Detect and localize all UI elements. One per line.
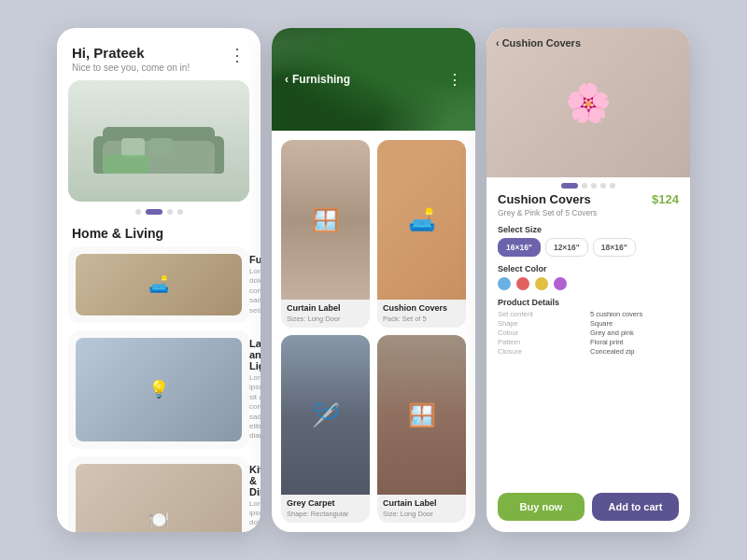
- product-card-name: Curtain Label: [281, 300, 370, 315]
- product-image: 🪟: [281, 140, 370, 300]
- dot-3[interactable]: [591, 183, 597, 189]
- sofa-illustration: [93, 108, 224, 174]
- detail-key: Set content: [498, 310, 586, 318]
- list-item[interactable]: 💡 Lamps and Lighting Lorem ipsum dolor s…: [68, 330, 249, 449]
- hero-banner: [68, 80, 249, 202]
- product-image: 🪡: [281, 335, 370, 495]
- add-to-cart-button[interactable]: Add to cart: [592, 493, 679, 521]
- product-card-name: Cushion Covers: [377, 300, 466, 315]
- product-card-sub: Sizes: Long Door: [281, 315, 370, 328]
- product-header: Cushion Covers $124: [498, 192, 679, 206]
- screen3-product-detail: 🌸 ‹ Cushion Covers Cushion Covers $124 G…: [486, 28, 690, 532]
- screen2-furnishing: ‹ Furnishing ⋮ 🪟 Curtain Label Sizes: Lo…: [272, 28, 475, 532]
- select-color-label: Select Color: [498, 264, 679, 273]
- sofa-pillow2: [149, 138, 173, 157]
- greeting-name: Hi, Prateek: [72, 45, 190, 61]
- item-thumb-lamps: 💡: [76, 338, 242, 441]
- detail-val: Floral print: [590, 338, 679, 346]
- detail-key: Pattern: [498, 338, 586, 346]
- item-desc: Lorem ipsum dolor sit amet, consetetur s…: [249, 267, 261, 315]
- dot-1[interactable]: [561, 183, 578, 189]
- detail-key: Colour: [498, 329, 586, 337]
- product-hero-image: 🌸 ‹ Cushion Covers: [486, 28, 690, 177]
- sofa-pillow1: [121, 138, 145, 157]
- product-image: 🪟: [377, 335, 466, 495]
- size-option-18x16[interactable]: 18×16": [593, 238, 636, 257]
- size-selector: 16×16" 12×16" 18×16": [498, 238, 679, 257]
- item-text: Kitchen & Dining Lorem ipsum dolor sit a…: [249, 464, 261, 532]
- product-name: Cushion Covers: [498, 192, 591, 206]
- item-name: Kitchen & Dining: [249, 464, 261, 497]
- product-card-sub: Pack: Set of 5: [377, 315, 466, 328]
- detail-key: Closure: [498, 347, 586, 356]
- product-image: 🛋️: [377, 140, 466, 300]
- product-details-heading: Product Details: [498, 298, 679, 307]
- dot-4[interactable]: [177, 209, 183, 215]
- item-thumb-furnishing: 🛋️: [76, 254, 242, 315]
- product-actions: Buy now Add to cart: [486, 483, 690, 532]
- product-card[interactable]: 🛋️ Cushion Covers Pack: Set of 5: [377, 140, 466, 328]
- dot-4[interactable]: [600, 183, 606, 189]
- product-carousel-dots: [486, 183, 690, 189]
- back-button[interactable]: ‹ Cushion Covers: [496, 37, 581, 49]
- sofa-illustration-container: [68, 80, 249, 202]
- product-card-sub: Shape: Rectangular: [281, 510, 370, 523]
- size-option-12x16[interactable]: 12×16": [545, 238, 588, 257]
- product-subtitle: Grey & Pink Set of 5 Covers: [498, 208, 679, 217]
- detail-val: Concealed zip: [590, 347, 679, 356]
- item-desc: Lorem ipsum dolor sit amet, consetetur s…: [249, 373, 261, 441]
- product-grid: 🪟 Curtain Label Sizes: Long Door 🛋️ Cush…: [272, 131, 475, 532]
- s1-header: Hi, Prateek Nice to see you, come on in!…: [57, 28, 261, 80]
- list-item[interactable]: 🍽️ Kitchen & Dining Lorem ipsum dolor si…: [68, 456, 249, 532]
- color-option-purple[interactable]: [554, 277, 567, 290]
- greeting-subtitle: Nice to see you, come on in!: [72, 63, 190, 73]
- screens-container: Hi, Prateek Nice to see you, come on in!…: [42, 9, 705, 551]
- screen1-home: Hi, Prateek Nice to see you, come on in!…: [57, 28, 261, 532]
- color-option-yellow[interactable]: [535, 277, 548, 290]
- color-option-red[interactable]: [516, 277, 529, 290]
- back-label: Furnishing: [292, 73, 350, 86]
- back-label: Cushion Covers: [502, 37, 581, 49]
- size-option-16x16[interactable]: 16×16": [498, 238, 541, 257]
- detail-val: Square: [590, 319, 679, 328]
- dot-1[interactable]: [135, 209, 141, 215]
- back-button[interactable]: ‹ Furnishing: [285, 73, 350, 86]
- color-option-blue[interactable]: [498, 277, 511, 290]
- item-desc: Lorem ipsum dolor sit amet, consetetur s…: [249, 499, 261, 532]
- product-details-section: Product Details Set content 5 cushion co…: [498, 298, 679, 356]
- carousel-dots: [57, 209, 261, 215]
- sofa-blanket: [103, 155, 149, 174]
- color-selector: [498, 277, 679, 290]
- dot-2[interactable]: [582, 183, 587, 189]
- back-chevron-icon: ‹: [285, 73, 289, 86]
- product-card[interactable]: 🪟 Curtain Label Size: Long Door: [377, 335, 466, 523]
- cushion-image: 🌸: [486, 28, 690, 177]
- item-thumb-kitchen: 🍽️: [76, 464, 242, 532]
- buy-now-button[interactable]: Buy now: [498, 493, 585, 521]
- detail-val: Grey and pink: [590, 329, 679, 337]
- dot-3[interactable]: [167, 209, 173, 215]
- item-name: Lamps and Lighting: [249, 338, 261, 371]
- item-text: Furnishing Lorem ipsum dolor sit amet, c…: [249, 254, 261, 315]
- product-card[interactable]: 🪟 Curtain Label Sizes: Long Door: [281, 140, 370, 328]
- more-menu-icon[interactable]: ⋮: [447, 71, 462, 89]
- list-item[interactable]: 🛋️ Furnishing Lorem ipsum dolor sit amet…: [68, 246, 249, 323]
- s2-hero-banner: ‹ Furnishing ⋮: [272, 28, 475, 131]
- detail-key: Shape: [498, 319, 586, 328]
- item-text: Lamps and Lighting Lorem ipsum dolor sit…: [249, 338, 261, 441]
- product-price: $124: [652, 192, 679, 206]
- category-list: 🛋️ Furnishing Lorem ipsum dolor sit amet…: [57, 246, 261, 532]
- dot-5[interactable]: [610, 183, 615, 189]
- product-card-sub: Size: Long Door: [377, 510, 466, 523]
- dot-2[interactable]: [146, 209, 162, 215]
- product-card-name: Curtain Label: [377, 495, 466, 510]
- product-card-name: Grey Carpet: [281, 495, 370, 510]
- section-title: Home & Living: [57, 218, 261, 246]
- product-card[interactable]: 🪡 Grey Carpet Shape: Rectangular: [281, 335, 370, 523]
- detail-val: 5 cushion covers: [590, 310, 679, 318]
- select-size-label: Select Size: [498, 225, 679, 234]
- item-name: Furnishing: [249, 254, 261, 265]
- product-detail-content: Cushion Covers $124 Grey & Pink Set of 5…: [486, 192, 690, 483]
- product-details-table: Set content 5 cushion covers Shape Squar…: [498, 310, 679, 356]
- more-icon[interactable]: ⋮: [229, 45, 246, 65]
